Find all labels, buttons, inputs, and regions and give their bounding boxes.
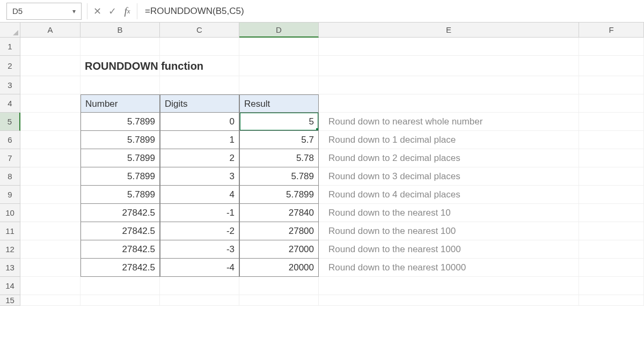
- row-header-3[interactable]: 3: [0, 76, 20, 94]
- cell[interactable]: [579, 149, 644, 167]
- cell-desc[interactable]: Round down to the nearest 100: [319, 222, 579, 240]
- fx-icon[interactable]: fx: [120, 3, 135, 20]
- cell-digits[interactable]: 0: [160, 113, 239, 131]
- cell-desc[interactable]: Round down to 4 decimal places: [319, 186, 579, 204]
- col-header-C[interactable]: C: [160, 23, 239, 38]
- name-box[interactable]: D5 ▾: [6, 3, 82, 20]
- cell[interactable]: [20, 295, 80, 306]
- cell-digits[interactable]: 3: [160, 167, 239, 186]
- cell-result[interactable]: 27840: [239, 204, 319, 222]
- cell-digits[interactable]: -1: [160, 204, 239, 222]
- cell[interactable]: [579, 113, 644, 131]
- cell[interactable]: [579, 259, 644, 277]
- cell[interactable]: [160, 277, 239, 295]
- cell[interactable]: [319, 56, 579, 76]
- cell-desc[interactable]: Round down to 2 decimal places: [319, 149, 579, 167]
- cell[interactable]: [20, 259, 80, 277]
- cell-result-active[interactable]: 5: [239, 113, 319, 131]
- cell-digits[interactable]: 4: [160, 186, 239, 204]
- cell-result[interactable]: 20000: [239, 259, 319, 277]
- cell[interactable]: [579, 295, 644, 306]
- cell-number[interactable]: 5.7899: [80, 131, 160, 149]
- cell-digits[interactable]: 1: [160, 131, 239, 149]
- cell[interactable]: [579, 56, 644, 76]
- cell-number[interactable]: 5.7899: [80, 149, 160, 167]
- cell[interactable]: [579, 94, 644, 113]
- cell[interactable]: [579, 222, 644, 240]
- cell[interactable]: [80, 295, 160, 306]
- cell[interactable]: [239, 38, 319, 56]
- cell[interactable]: [20, 76, 80, 94]
- cell[interactable]: [319, 76, 579, 94]
- cell[interactable]: [579, 76, 644, 94]
- cell[interactable]: [579, 204, 644, 222]
- row-header-11[interactable]: 11: [0, 222, 20, 240]
- cell[interactable]: [20, 222, 80, 240]
- cell[interactable]: [20, 277, 80, 295]
- cell-number[interactable]: 27842.5: [80, 259, 160, 277]
- cell-result[interactable]: 5.7: [239, 131, 319, 149]
- cell[interactable]: [20, 94, 80, 113]
- select-all-corner[interactable]: [0, 23, 20, 38]
- cell-result[interactable]: 5.789: [239, 167, 319, 186]
- row-header-13[interactable]: 13: [0, 259, 20, 277]
- cell-desc[interactable]: Round down to the nearest 1000: [319, 240, 579, 259]
- cell-desc[interactable]: Round down to the nearest 10000: [319, 259, 579, 277]
- cell[interactable]: [579, 277, 644, 295]
- cell-number[interactable]: 5.7899: [80, 186, 160, 204]
- cell[interactable]: [80, 277, 160, 295]
- cell[interactable]: [160, 56, 239, 76]
- row-header-2[interactable]: 2: [0, 56, 20, 76]
- col-header-B[interactable]: B: [80, 23, 160, 38]
- cell[interactable]: [239, 295, 319, 306]
- cell[interactable]: [20, 186, 80, 204]
- row-header-15[interactable]: 15: [0, 295, 20, 306]
- title-cell[interactable]: ROUNDDOWN function: [80, 56, 160, 76]
- col-header-A[interactable]: A: [20, 23, 80, 38]
- cell[interactable]: [160, 295, 239, 306]
- cell[interactable]: [20, 240, 80, 259]
- accept-formula-icon[interactable]: ✓: [105, 3, 120, 20]
- cell[interactable]: [319, 38, 579, 56]
- cell[interactable]: [20, 204, 80, 222]
- cell-digits[interactable]: 2: [160, 149, 239, 167]
- cell[interactable]: [80, 76, 160, 94]
- cell-result[interactable]: 27800: [239, 222, 319, 240]
- cell-result[interactable]: 5.78: [239, 149, 319, 167]
- cell[interactable]: [579, 38, 644, 56]
- cell[interactable]: [20, 131, 80, 149]
- col-header-F[interactable]: F: [579, 23, 644, 38]
- cell-number[interactable]: 5.7899: [80, 167, 160, 186]
- col-header-D[interactable]: D: [239, 23, 319, 38]
- cell-digits[interactable]: -2: [160, 222, 239, 240]
- row-header-14[interactable]: 14: [0, 277, 20, 295]
- cell[interactable]: [579, 167, 644, 186]
- cell-desc[interactable]: Round down to the nearest 10: [319, 204, 579, 222]
- cell-number[interactable]: 27842.5: [80, 222, 160, 240]
- th-number[interactable]: Number: [80, 94, 160, 113]
- cell-desc[interactable]: Round down to 3 decimal places: [319, 167, 579, 186]
- formula-input[interactable]: [140, 3, 644, 20]
- cell[interactable]: [319, 277, 579, 295]
- cell-number[interactable]: 27842.5: [80, 240, 160, 259]
- cell[interactable]: [319, 295, 579, 306]
- cell[interactable]: [20, 167, 80, 186]
- cell-desc[interactable]: Round down to nearest whole number: [319, 113, 579, 131]
- cell[interactable]: [239, 76, 319, 94]
- cell[interactable]: [579, 186, 644, 204]
- cell[interactable]: [579, 131, 644, 149]
- row-header-8[interactable]: 8: [0, 167, 20, 186]
- th-result[interactable]: Result: [239, 94, 319, 113]
- cell-desc[interactable]: Round down to 1 decimal place: [319, 131, 579, 149]
- row-header-1[interactable]: 1: [0, 38, 20, 56]
- col-header-E[interactable]: E: [319, 23, 579, 38]
- cell[interactable]: [160, 76, 239, 94]
- cell[interactable]: [239, 56, 319, 76]
- cell-result[interactable]: 5.7899: [239, 186, 319, 204]
- cell[interactable]: [319, 94, 579, 113]
- cell[interactable]: [20, 56, 80, 76]
- row-header-6[interactable]: 6: [0, 131, 20, 149]
- row-header-5[interactable]: 5: [0, 113, 20, 131]
- row-header-9[interactable]: 9: [0, 186, 20, 204]
- cell[interactable]: [20, 149, 80, 167]
